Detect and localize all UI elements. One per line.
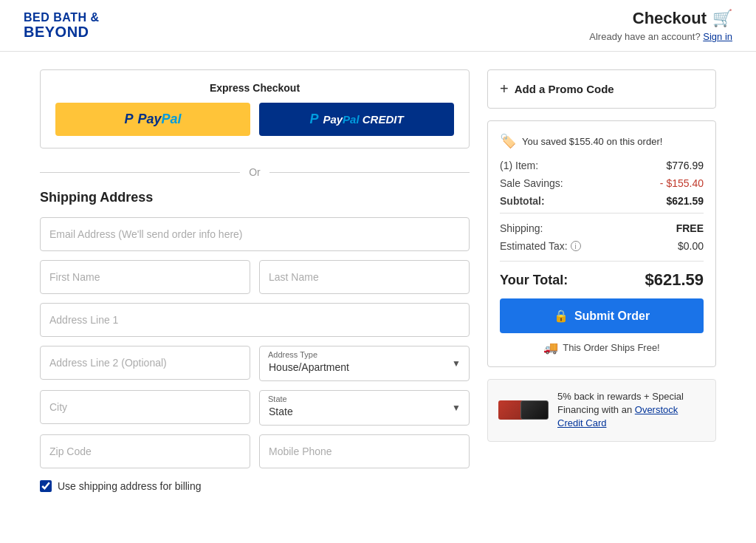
header-right: Checkout 🛒 Already have an account? Sign… — [589, 9, 732, 42]
savings-banner: 🏷️ You saved $155.40 on this order! — [500, 133, 704, 149]
logo: BED BATH & BEYOND — [24, 11, 99, 41]
checkout-title-group: Checkout 🛒 — [633, 9, 732, 28]
right-panel: + Add a Promo Code 🏷️ You saved $155.40 … — [487, 69, 716, 492]
address-type-select[interactable]: House/Apartment Apartment PO Box Other — [259, 346, 470, 381]
paypal-credit-label: PayPal CREDIT — [323, 113, 403, 126]
first-name-group — [40, 260, 250, 294]
name-row — [40, 260, 470, 294]
items-line: (1) Item: $776.99 — [500, 160, 704, 171]
last-name-group — [259, 260, 470, 294]
tax-label: Estimated Tax: — [500, 240, 568, 252]
logo-line2: BEYOND — [24, 24, 99, 40]
sale-savings-value: - $155.40 — [660, 177, 704, 189]
shipping-address-section: Shipping Address — [40, 190, 470, 492]
total-row: Your Total: $621.59 — [500, 261, 704, 290]
shipping-address-title: Shipping Address — [40, 190, 470, 205]
paypal-credit-button[interactable]: P PayPal CREDIT — [259, 103, 454, 136]
sale-savings-line: Sale Savings: - $155.40 — [500, 177, 704, 189]
cart-icon[interactable]: 🛒 — [712, 9, 732, 28]
items-label: (1) Item: — [500, 160, 538, 171]
paypal-credit-p-icon: P — [309, 112, 318, 127]
card-images — [498, 400, 549, 420]
card-promo-text: 5% back in rewards + Special Financing w… — [557, 390, 705, 431]
phone-input[interactable] — [259, 434, 470, 468]
savings-icon: 🏷️ — [500, 133, 516, 149]
or-divider: Or — [40, 166, 470, 178]
summary-divider — [500, 213, 704, 214]
sale-savings-label: Sale Savings: — [500, 177, 563, 189]
address2-group — [40, 346, 250, 381]
paypal-label: PayPal — [137, 112, 181, 127]
address1-group — [40, 303, 470, 337]
checkout-title-text: Checkout — [633, 9, 707, 28]
express-buttons: P PayPal P PayPal CREDIT — [55, 103, 454, 136]
total-label: Your Total: — [500, 273, 568, 288]
main-content: Express Checkout P PayPal P PayPal CREDI… — [16, 52, 740, 510]
city-input[interactable] — [40, 390, 250, 424]
subtotal-label: Subtotal: — [500, 195, 545, 207]
left-panel: Express Checkout P PayPal P PayPal CREDI… — [40, 69, 470, 492]
promo-code-box[interactable]: + Add a Promo Code — [487, 69, 716, 109]
paypal-button[interactable]: P PayPal — [55, 103, 250, 136]
ships-free-text: 🚚 This Order Ships Free! — [500, 341, 704, 355]
shipping-line: Shipping: FREE — [500, 222, 704, 234]
shipping-label: Shipping: — [500, 222, 543, 234]
credit-card-promo-box: 5% back in rewards + Special Financing w… — [487, 379, 716, 442]
address1-input[interactable] — [40, 303, 470, 337]
billing-checkbox-label: Use shipping address for billing — [58, 480, 202, 492]
tax-label-group: Estimated Tax: i — [500, 240, 581, 252]
sign-in-link[interactable]: Sign in — [703, 31, 732, 42]
items-value: $776.99 — [666, 160, 704, 171]
express-checkout-title: Express Checkout — [55, 82, 454, 94]
tax-info-icon[interactable]: i — [571, 241, 581, 251]
billing-checkbox[interactable] — [40, 480, 52, 492]
first-name-input[interactable] — [40, 260, 250, 294]
promo-plus-icon: + — [500, 81, 509, 98]
paypal-p-icon: P — [124, 112, 133, 127]
billing-checkbox-row: Use shipping address for billing — [40, 480, 470, 492]
tax-value: $0.00 — [678, 240, 704, 252]
shipping-value: FREE — [676, 222, 704, 234]
express-checkout-box: Express Checkout P PayPal P PayPal CREDI… — [40, 69, 470, 148]
subtotal-value: $621.59 — [666, 195, 704, 207]
email-group — [40, 217, 470, 251]
subtotal-line: Subtotal: $621.59 — [500, 195, 704, 207]
total-value: $621.59 — [645, 270, 704, 290]
city-group — [40, 390, 250, 426]
zip-input[interactable] — [40, 434, 250, 468]
state-group: State State ALAKAZAR CACOCTDE FLGAHIID I… — [259, 390, 470, 426]
card-dark-image — [520, 400, 549, 420]
address-type-group: Address Type House/Apartment Apartment P… — [259, 346, 470, 381]
state-select[interactable]: State ALAKAZAR CACOCTDE FLGAHIID ILINIAK… — [259, 390, 470, 426]
address2-input[interactable] — [40, 346, 250, 380]
logo-line1: BED BATH & — [24, 11, 99, 24]
address-type-row: Address Type House/Apartment Apartment P… — [40, 346, 470, 381]
submit-order-label: Submit Order — [574, 310, 650, 323]
zip-phone-row — [40, 434, 470, 468]
zip-group — [40, 434, 250, 468]
order-summary-box: 🏷️ You saved $155.40 on this order! (1) … — [487, 120, 716, 367]
email-input[interactable] — [40, 217, 470, 251]
already-account-text: Already have an account? Sign in — [589, 31, 732, 42]
savings-text: You saved $155.40 on this order! — [522, 136, 662, 147]
submit-order-button[interactable]: 🔒 Submit Order — [500, 298, 704, 333]
truck-icon: 🚚 — [543, 341, 558, 355]
header: BED BATH & BEYOND Checkout 🛒 Already hav… — [0, 0, 756, 52]
city-state-row: State State ALAKAZAR CACOCTDE FLGAHIID I… — [40, 390, 470, 426]
last-name-input[interactable] — [259, 260, 470, 294]
lock-icon: 🔒 — [554, 309, 568, 323]
promo-label: Add a Promo Code — [515, 83, 614, 95]
tax-line: Estimated Tax: i $0.00 — [500, 240, 704, 252]
phone-group — [259, 434, 470, 468]
